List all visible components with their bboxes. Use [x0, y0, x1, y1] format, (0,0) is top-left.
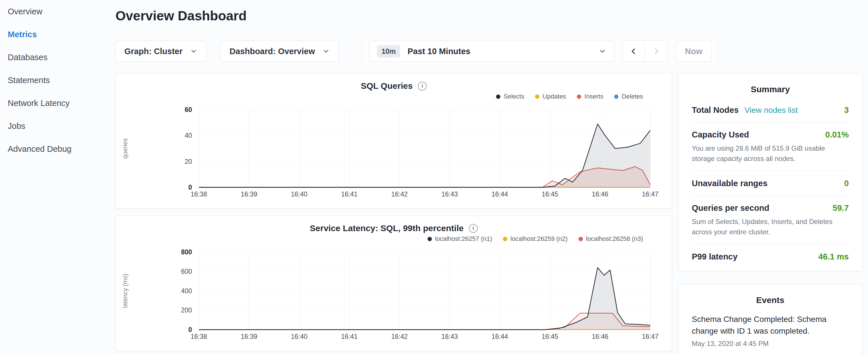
- svg-text:40: 40: [185, 132, 192, 139]
- svg-text:600: 600: [181, 268, 192, 275]
- summary-item: Unavailable ranges0: [692, 171, 849, 196]
- summary-item: Capacity Used0.01%You are using 28.6 MiB…: [692, 122, 849, 171]
- chart-panel-sql-queries: SQL Queries i SelectsUpdatesInsertsDelet…: [116, 73, 672, 208]
- svg-text:16:42: 16:42: [391, 190, 408, 198]
- summary-panel: Summary Total NodesView nodes list3Capac…: [678, 73, 862, 271]
- sidebar-item-metrics[interactable]: Metrics: [8, 23, 108, 46]
- time-forward-button[interactable]: [645, 41, 667, 62]
- sidebar-item-statements[interactable]: Statements: [8, 69, 108, 92]
- graph-select-label: Graph: Cluster: [124, 47, 183, 56]
- toolbar: Graph: Cluster Dashboard: Overview 10m P…: [116, 37, 868, 66]
- graph-select-dropdown[interactable]: Graph: Cluster: [116, 41, 206, 62]
- info-icon[interactable]: i: [469, 224, 478, 233]
- svg-text:16:39: 16:39: [241, 333, 257, 340]
- summary-link[interactable]: View nodes list: [744, 106, 798, 115]
- info-icon[interactable]: i: [418, 82, 427, 91]
- svg-text:queries: queries: [122, 138, 129, 159]
- legend-item[interactable]: localhost:26257 (n1): [428, 235, 492, 243]
- legend-item[interactable]: localhost:26258 (n3): [579, 235, 643, 243]
- chevron-down-icon: [598, 47, 607, 55]
- summary-label: Queries per second: [692, 203, 769, 213]
- legend-label: Inserts: [584, 93, 603, 100]
- summary-description: You are using 28.6 MiB of 515.9 GiB usab…: [692, 143, 849, 164]
- svg-text:16:38: 16:38: [191, 190, 207, 198]
- summary-heading: Summary: [692, 82, 849, 98]
- legend-dot: [577, 95, 581, 99]
- chart-legend: localhost:26257 (n1)localhost:26259 (n2)…: [116, 234, 672, 244]
- time-window-select[interactable]: 10m Past 10 Minutes: [369, 41, 614, 62]
- chart-title-row: SQL Queries i: [116, 81, 672, 91]
- events-list: Schema Change Completed: Schema change w…: [692, 314, 849, 348]
- chart-title-row: Service Latency: SQL, 99th percentile i: [116, 223, 672, 234]
- legend-item[interactable]: localhost:26259 (n2): [503, 235, 567, 243]
- chart-panel-service-latency: Service Latency: SQL, 99th percentile i …: [116, 216, 672, 351]
- legend-dot: [503, 237, 507, 241]
- summary-item: Queries per second59.7Sum of Selects, Up…: [692, 196, 849, 244]
- legend-dot: [579, 237, 583, 241]
- svg-text:800: 800: [181, 248, 192, 256]
- dashboard-select-label: Dashboard: Overview: [229, 47, 315, 56]
- summary-label: Unavailable ranges: [692, 179, 767, 188]
- legend-dot: [535, 95, 539, 99]
- svg-text:16:45: 16:45: [541, 190, 558, 198]
- summary-value: 0: [844, 179, 849, 188]
- app-root: OverviewMetricsDatabasesStatementsNetwor…: [0, 0, 868, 354]
- time-picker-group: 10m Past 10 Minutes Now: [363, 36, 718, 66]
- svg-text:16:44: 16:44: [492, 333, 508, 340]
- sidebar-nav: OverviewMetricsDatabasesStatementsNetwor…: [0, 0, 108, 354]
- summary-description: Sum of Selects, Updates, Inserts, and De…: [692, 217, 849, 237]
- chart-plot[interactable]: 16:3816:3916:4016:4116:4216:4316:4416:45…: [116, 102, 671, 200]
- summary-item: P99 latency46.1 ms: [692, 244, 849, 269]
- summary-value: 46.1 ms: [818, 252, 849, 261]
- summary-label: Total Nodes: [692, 105, 739, 115]
- sidebar-item-databases[interactable]: Databases: [8, 46, 108, 69]
- events-panel: Events Schema Change Completed: Schema c…: [678, 284, 862, 354]
- chevron-down-icon: [322, 47, 330, 55]
- summary-value: 3: [844, 105, 849, 115]
- chart-legend: SelectsUpdatesInsertsDeletes: [116, 91, 672, 102]
- svg-text:16:41: 16:41: [341, 190, 358, 198]
- time-window-current: 10m Past 10 Minutes: [377, 45, 470, 58]
- legend-item[interactable]: Deletes: [614, 93, 643, 100]
- svg-text:16:43: 16:43: [441, 333, 458, 340]
- svg-text:16:40: 16:40: [291, 190, 308, 198]
- side-column: Summary Total NodesView nodes list3Capac…: [678, 73, 862, 354]
- sidebar-item-advanced-debug[interactable]: Advanced Debug: [8, 137, 108, 160]
- legend-label: Deletes: [622, 93, 643, 100]
- event-timestamp: May 13, 2020 at 4:45 PM: [692, 340, 849, 348]
- legend-dot: [496, 95, 500, 99]
- svg-text:20: 20: [185, 158, 192, 165]
- legend-item[interactable]: Selects: [496, 93, 524, 100]
- svg-text:16:47: 16:47: [642, 333, 658, 340]
- main-content: Overview Dashboard Graph: Cluster Dashbo…: [108, 0, 868, 354]
- svg-text:60: 60: [185, 106, 192, 114]
- svg-text:16:44: 16:44: [492, 190, 508, 198]
- event-item[interactable]: Schema Change Completed: Schema change w…: [692, 314, 849, 348]
- summary-value: 59.7: [833, 203, 849, 213]
- sidebar-item-network-latency[interactable]: Network Latency: [8, 92, 108, 115]
- chart-plot[interactable]: 16:3816:3916:4016:4116:4216:4316:4416:45…: [116, 244, 671, 343]
- time-nav-buttons: [622, 40, 668, 62]
- svg-text:16:40: 16:40: [291, 333, 308, 340]
- svg-text:0: 0: [188, 326, 192, 333]
- chevron-left-icon: [629, 47, 638, 56]
- legend-dot: [428, 237, 432, 241]
- legend-item[interactable]: Inserts: [577, 93, 603, 100]
- svg-text:latency (ms): latency (ms): [122, 274, 129, 308]
- events-heading: Events: [692, 293, 849, 309]
- legend-item[interactable]: Updates: [535, 93, 566, 100]
- chevron-down-icon: [190, 47, 197, 55]
- sidebar-item-jobs[interactable]: Jobs: [8, 115, 108, 137]
- time-back-button[interactable]: [622, 41, 645, 62]
- dashboard-select-dropdown[interactable]: Dashboard: Overview: [221, 41, 339, 62]
- legend-label: Updates: [542, 93, 566, 100]
- now-button[interactable]: Now: [676, 41, 712, 62]
- summary-list: Total NodesView nodes list3Capacity Used…: [692, 98, 849, 269]
- chart-svg: 16:3816:3916:4016:4116:4216:4316:4416:45…: [116, 244, 671, 343]
- summary-value: 0.01%: [825, 130, 849, 139]
- summary-label: P99 latency: [692, 252, 738, 261]
- svg-text:200: 200: [181, 307, 192, 314]
- sidebar-item-overview[interactable]: Overview: [8, 0, 108, 23]
- svg-text:16:42: 16:42: [391, 333, 408, 340]
- legend-label: Selects: [503, 93, 524, 100]
